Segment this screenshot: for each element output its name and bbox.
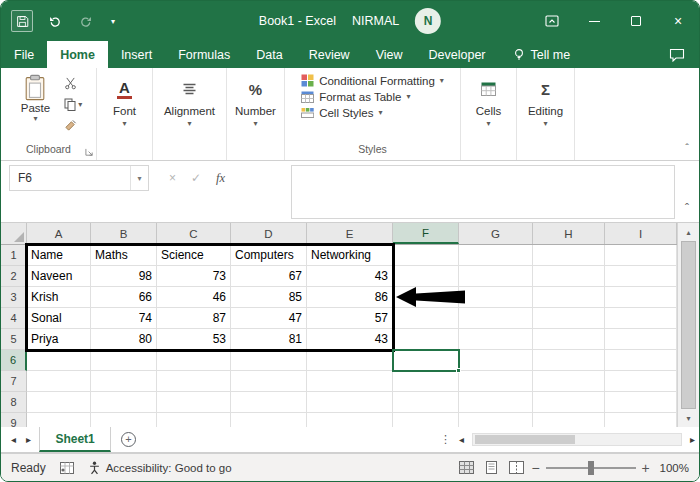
page-break-preview-button[interactable] xyxy=(509,461,524,474)
format-as-table-button[interactable]: Format as Table ▾ xyxy=(301,91,410,103)
format-painter-button[interactable] xyxy=(64,118,82,133)
tab-view[interactable]: View xyxy=(363,41,416,68)
cell-H7[interactable] xyxy=(533,371,605,392)
cell-G3[interactable] xyxy=(459,287,533,308)
cell-G5[interactable] xyxy=(459,329,533,350)
font-group-button[interactable]: A Font ▾ xyxy=(97,68,153,160)
next-sheet-button[interactable]: ▸ xyxy=(26,434,31,445)
row-header-6[interactable]: 6 xyxy=(1,350,27,371)
cell-F5[interactable] xyxy=(393,329,459,350)
macro-record-button[interactable] xyxy=(60,462,74,474)
cell-E2[interactable]: 43 xyxy=(307,266,393,287)
tab-file[interactable]: File xyxy=(1,41,47,68)
editing-group-button[interactable]: Σ Editing ▾ xyxy=(517,68,575,160)
cell-A4[interactable]: Sonal xyxy=(27,308,91,329)
cell-A3[interactable]: Krish xyxy=(27,287,91,308)
zoom-level[interactable]: 100% xyxy=(660,462,689,474)
cell-G7[interactable] xyxy=(459,371,533,392)
paste-button[interactable]: Paste ▾ xyxy=(15,72,56,125)
zoom-thumb[interactable] xyxy=(588,461,594,475)
name-box-dropdown-icon[interactable]: ▾ xyxy=(130,166,148,190)
row-header-2[interactable]: 2 xyxy=(1,266,27,287)
cell-E9[interactable] xyxy=(307,413,393,427)
cell-A8[interactable] xyxy=(27,392,91,413)
cell-D5[interactable]: 81 xyxy=(231,329,307,350)
cell-F9[interactable] xyxy=(393,413,459,427)
cell-F3[interactable] xyxy=(393,287,459,308)
cell-D7[interactable] xyxy=(231,371,307,392)
select-all-button[interactable] xyxy=(1,223,27,244)
cell-C1[interactable]: Science xyxy=(157,245,231,266)
cell-G4[interactable] xyxy=(459,308,533,329)
column-header-D[interactable]: D xyxy=(231,223,307,244)
cell-B2[interactable]: 98 xyxy=(91,266,157,287)
cell-F6[interactable] xyxy=(393,350,459,371)
cell-D2[interactable]: 67 xyxy=(231,266,307,287)
user-name[interactable]: NIRMAL xyxy=(352,14,399,28)
column-header-I[interactable]: I xyxy=(605,223,677,244)
cell-B1[interactable]: Maths xyxy=(91,245,157,266)
cells-group-button[interactable]: Cells ▾ xyxy=(461,68,517,160)
confirm-entry-button[interactable]: ✓ xyxy=(191,171,201,185)
comments-button[interactable] xyxy=(669,41,685,68)
copy-button[interactable]: ▾ xyxy=(64,97,82,112)
name-box[interactable]: F6 ▾ xyxy=(9,165,149,191)
row-header-9[interactable]: 9 xyxy=(1,413,27,427)
column-header-G[interactable]: G xyxy=(459,223,533,244)
cell-H3[interactable] xyxy=(533,287,605,308)
cancel-entry-button[interactable]: × xyxy=(169,171,176,185)
zoom-slider[interactable] xyxy=(546,461,636,475)
cell-F1[interactable] xyxy=(393,245,459,266)
minimize-button[interactable] xyxy=(573,1,615,41)
ribbon-display-options-button[interactable] xyxy=(531,1,573,41)
cell-H1[interactable] xyxy=(533,245,605,266)
tab-formulas[interactable]: Formulas xyxy=(165,41,243,68)
alignment-group-button[interactable]: Alignment ▾ xyxy=(153,68,227,160)
row-header-8[interactable]: 8 xyxy=(1,392,27,413)
sheet-tab-sheet1[interactable]: Sheet1 xyxy=(39,427,111,452)
row-header-4[interactable]: 4 xyxy=(1,308,27,329)
maximize-button[interactable] xyxy=(615,1,657,41)
row-header-3[interactable]: 3 xyxy=(1,287,27,308)
cell-I6[interactable] xyxy=(605,350,677,371)
cell-B6[interactable] xyxy=(91,350,157,371)
cell-C8[interactable] xyxy=(157,392,231,413)
cell-G9[interactable] xyxy=(459,413,533,427)
cell-B5[interactable]: 80 xyxy=(91,329,157,350)
column-header-C[interactable]: C xyxy=(157,223,231,244)
cell-F2[interactable] xyxy=(393,266,459,287)
tab-data[interactable]: Data xyxy=(243,41,295,68)
cell-C2[interactable]: 73 xyxy=(157,266,231,287)
cell-I1[interactable] xyxy=(605,245,677,266)
zoom-out-button[interactable]: − xyxy=(528,460,544,476)
cell-I2[interactable] xyxy=(605,266,677,287)
clipboard-dialog-launcher[interactable] xyxy=(85,148,94,157)
cell-H4[interactable] xyxy=(533,308,605,329)
column-header-H[interactable]: H xyxy=(533,223,605,244)
cell-C7[interactable] xyxy=(157,371,231,392)
cell-H9[interactable] xyxy=(533,413,605,427)
cell-A1[interactable]: Name xyxy=(27,245,91,266)
horizontal-scrollbar-thumb[interactable] xyxy=(475,435,575,444)
vertical-scrollbar-thumb[interactable] xyxy=(681,241,696,409)
cell-B8[interactable] xyxy=(91,392,157,413)
tab-developer[interactable]: Developer xyxy=(416,41,499,68)
cell-D8[interactable] xyxy=(231,392,307,413)
cell-H5[interactable] xyxy=(533,329,605,350)
cell-styles-button[interactable]: Cell Styles ▾ xyxy=(301,107,382,119)
vertical-scrollbar[interactable]: ▴ ▾ xyxy=(677,223,699,427)
cell-I3[interactable] xyxy=(605,287,677,308)
column-header-F[interactable]: F xyxy=(393,223,459,244)
customize-quick-access-button[interactable]: ▾ xyxy=(107,10,119,32)
cell-A5[interactable]: Priya xyxy=(27,329,91,350)
cell-F7[interactable] xyxy=(393,371,459,392)
cell-D3[interactable]: 85 xyxy=(231,287,307,308)
cell-E3[interactable]: 86 xyxy=(307,287,393,308)
column-header-E[interactable]: E xyxy=(307,223,393,244)
column-header-B[interactable]: B xyxy=(91,223,157,244)
accessibility-status[interactable]: Accessibility: Good to go xyxy=(88,461,232,475)
page-layout-view-button[interactable] xyxy=(484,461,499,474)
cell-C6[interactable] xyxy=(157,350,231,371)
zoom-in-button[interactable]: + xyxy=(638,460,654,476)
cell-E6[interactable] xyxy=(307,350,393,371)
